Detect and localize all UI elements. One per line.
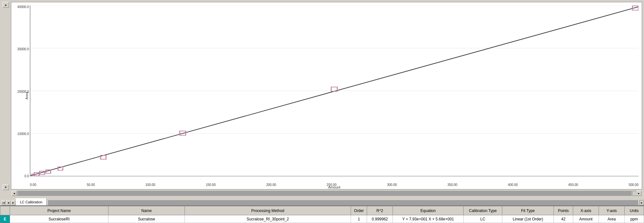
x-axis-title: Amount [30,185,639,189]
row-order: 1 [351,215,367,223]
h-scroll-left-button[interactable]: ◄ [12,191,17,196]
y-label-0: 0.0 [24,175,29,178]
col-header-calibration-type: Calibration Type [464,206,502,215]
col-header-r2: R^2 [367,206,393,215]
tab-lc-calibration[interactable]: LC Calibration [16,198,47,205]
h-scroll-right-button[interactable]: ► [636,191,641,196]
row-units: ppm [625,215,644,223]
col-header-processing-method: Processing Method [185,206,351,215]
row-processing-method: Sucralose_RI_30point_2 [185,215,351,223]
left-scroll-area: ▲ ▼ [1,1,10,190]
chart-wrapper: ▲ ▼ 40000.0 30000.0 20000.0 10000.0 0.0 … [1,1,643,190]
scroll-down-button[interactable]: ▼ [3,184,9,190]
col-header-name: Name [109,206,185,215]
tab-nav-first-button[interactable]: |◄ [1,200,6,205]
col-header-x-axis: X-axis [573,206,599,215]
tab-nav-next-button[interactable]: ► [11,200,15,205]
main-container: ▲ ▼ 40000.0 30000.0 20000.0 10000.0 0.0 … [0,0,644,223]
tab-nav-prev-button[interactable]: ◄ [6,200,11,205]
data-table-section: Project Name Name Processing Method Orde… [0,206,644,223]
y-label-10000: 10000.0 [17,132,29,136]
y-axis-title: Area [25,92,29,99]
h-scroll-track[interactable] [17,191,632,196]
table-row: E SucraloseRI Sucralose Sucralose_RI_30p… [0,215,644,223]
chart-section: ▲ ▼ 40000.0 30000.0 20000.0 10000.0 0.0 … [0,0,644,198]
row-project-name: SucraloseRI [10,215,109,223]
col-header-fit-type: Fit Type [502,206,554,215]
h-scroll-thumb[interactable] [632,191,636,196]
col-header-y-axis: Y-axis [599,206,625,215]
row-calibration-type: LC [464,215,502,223]
tab-bar: |◄ ◄ ► LC Calibration ► [0,198,644,206]
col-header-order: Order [351,206,367,215]
col-header-e [0,206,10,215]
row-points: 42 [554,215,573,223]
chart-plot-area: 40000.0 30000.0 20000.0 10000.0 0.0 Area [11,2,642,189]
col-header-points: Points [554,206,573,215]
row-r2: 0.999962 [367,215,393,223]
col-header-equation: Equation [393,206,464,215]
row-y-axis: Area [599,215,625,223]
col-header-units: Units [625,206,644,215]
h-scroll-bar: ◄ ► [1,190,643,197]
row-x-axis: Amount [573,215,599,223]
y-label-30000: 30000.0 [17,48,29,51]
row-fit-type: Linear (1st Order) [502,215,554,223]
tab-scroll-right-button[interactable]: ► [639,200,644,205]
scroll-up-button[interactable]: ▲ [3,2,9,8]
row-name: Sucralose [109,215,185,223]
chart-svg [30,5,639,176]
y-label-40000: 40000.0 [17,5,29,9]
data-table: Project Name Name Processing Method Orde… [0,206,644,223]
row-equation: Y = 7.93e+001 X + 5.68e+001 [393,215,464,223]
col-header-project-name: Project Name [10,206,109,215]
tab-scroll-track[interactable] [48,200,638,205]
row-e-indicator: E [0,215,10,223]
